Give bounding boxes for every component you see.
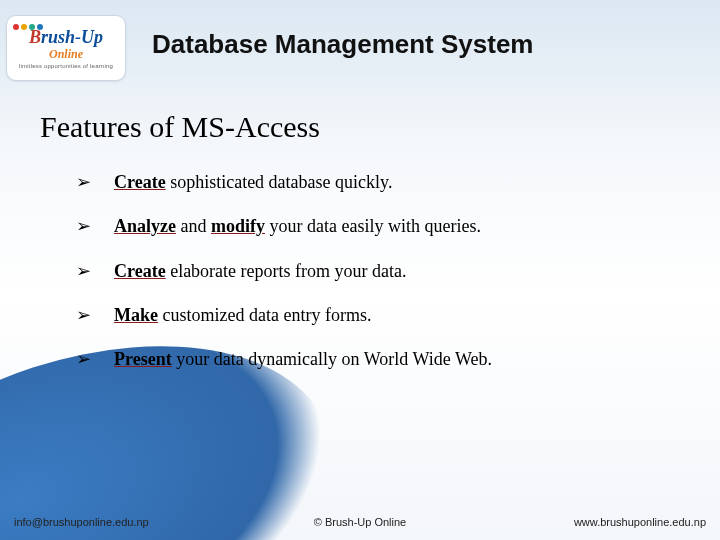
logo-sub: Online (49, 48, 83, 60)
keyword: Analyze (114, 216, 176, 236)
list-item: Create sophisticated database quickly. (76, 170, 660, 194)
keyword: Make (114, 305, 158, 325)
list-item: Make customized data entry forms. (76, 303, 660, 327)
slide: Brush-Up Online limitless opportunities … (0, 0, 720, 540)
logo-main: Brush-Up (29, 28, 103, 46)
page-title: Database Management System (126, 31, 720, 57)
bullet-text: elaborate reports from your data. (166, 261, 407, 281)
list-item: Present your data dynamically on World W… (76, 347, 660, 371)
footer-copyright: © Brush-Up Online (0, 517, 720, 528)
bullet-text: your data dynamically on World Wide Web. (172, 349, 492, 369)
list-item: Analyze and modify your data easily with… (76, 214, 660, 238)
keyword: Present (114, 349, 172, 369)
bullet-text: your data easily with queries. (265, 216, 481, 236)
bullet-text: and (176, 216, 211, 236)
keyword: Create (114, 172, 166, 192)
bullet-list: Create sophisticated database quickly. A… (76, 170, 660, 391)
keyword: modify (211, 216, 265, 236)
list-item: Create elaborate reports from your data. (76, 259, 660, 283)
logo: Brush-Up Online limitless opportunities … (6, 15, 126, 81)
logo-main-rest: rush-Up (41, 27, 103, 47)
bullet-text: sophisticated database quickly. (166, 172, 393, 192)
bullet-text: customized data entry forms. (158, 305, 371, 325)
logo-dots-icon (13, 24, 43, 30)
section-heading: Features of MS-Access (40, 112, 320, 142)
logo-tag: limitless opportunities of learning (19, 63, 113, 69)
footer: info@brushuponline.edu.np © Brush-Up Onl… (0, 510, 720, 534)
keyword: Create (114, 261, 166, 281)
header: Brush-Up Online limitless opportunities … (0, 0, 720, 88)
